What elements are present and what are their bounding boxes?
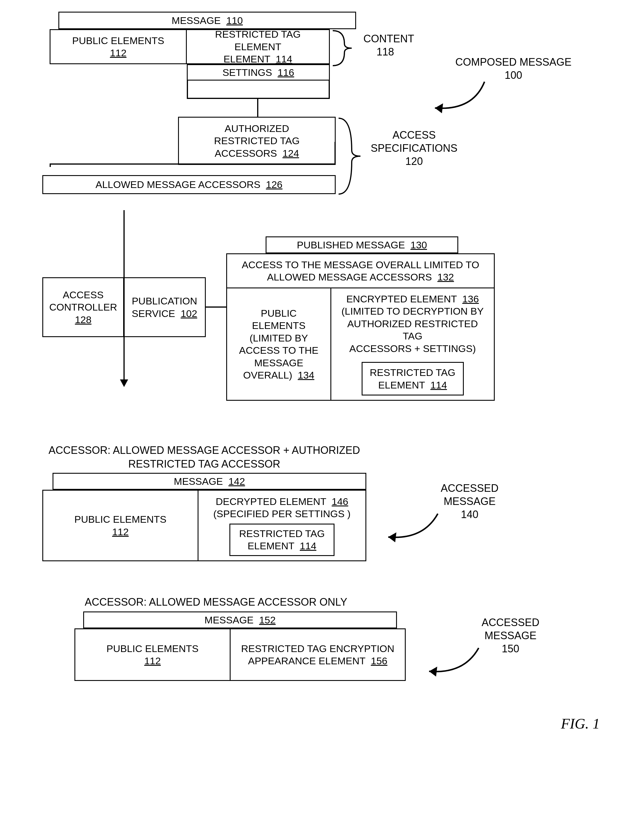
- restricted-tag-element-114-pub: RESTRICTED TAG ELEMENT 114: [362, 362, 464, 395]
- accessor-header-2: ACCESSOR: ALLOWED MESSAGE ACCESSOR ONLY: [85, 595, 347, 609]
- public-elements-134: PUBLICELEMENTS(LIMITED BYACCESS TO THEME…: [226, 288, 331, 401]
- label: MESSAGE 110: [172, 14, 243, 27]
- restricted-tag-element-114: RESTRICTED TAG ELEMENT ELEMENT 114: [187, 29, 330, 64]
- settings-116: SETTINGS 116: [187, 64, 330, 81]
- accessor-header-1: ACCESSOR: ALLOWED MESSAGE ACCESSOR + AUT…: [29, 444, 379, 471]
- message-152: MESSAGE 152: [83, 611, 397, 628]
- authorized-accessors-124: AUTHORIZED RESTRICTED TAG ACCESSORS 124: [178, 117, 336, 165]
- svg-marker-0: [435, 103, 443, 113]
- figure-label: FIG. 1: [12, 715, 600, 732]
- overall-access-132: ACCESS TO THE MESSAGE OVERALL LIMITED TO…: [226, 253, 495, 288]
- content-118-label: CONTENT118: [363, 32, 414, 58]
- access-spec-120-label: ACCESSSPECIFICATIONS120: [371, 128, 457, 168]
- decrypted-element-146: DECRYPTED ELEMENT 146 (SPECIFIED PER SET…: [199, 490, 366, 561]
- message-110: MESSAGE 110: [58, 12, 356, 29]
- published-message-130: PUBLISHED MESSAGE 130: [266, 237, 458, 253]
- access-controller-128: ACCESSCONTROLLER128: [42, 277, 124, 337]
- message-142: MESSAGE 142: [52, 473, 366, 490]
- svg-marker-1: [388, 532, 397, 542]
- encrypted-element-136: ENCRYPTED ELEMENT 136 (LIMITED TO DECRYP…: [331, 288, 495, 401]
- svg-marker-2: [429, 666, 437, 677]
- public-elements-112: PUBLIC ELEMENTS 112: [50, 29, 187, 64]
- allowed-accessors-126: ALLOWED MESSAGE ACCESSORS 126: [42, 175, 336, 194]
- public-elements-112-a2: PUBLIC ELEMENTS 112: [74, 628, 231, 681]
- accessed-message-140-label: ACCESSEDMESSAGE140: [441, 482, 499, 521]
- encryption-appearance-156: RESTRICTED TAG ENCRYPTION APPEARANCE ELE…: [231, 628, 406, 681]
- composed-message-100-label: COMPOSED MESSAGE100: [455, 55, 572, 82]
- publication-service-102: PUBLICATIONSERVICE 102: [124, 277, 206, 337]
- accessed-message-150-label: ACCESSEDMESSAGE150: [482, 616, 539, 655]
- label2: ELEMENT: [224, 54, 270, 65]
- restricted-tag-element-114-a1: RESTRICTED TAG ELEMENT 114: [229, 524, 335, 556]
- public-elements-112-a1: PUBLIC ELEMENTS 112: [42, 490, 199, 561]
